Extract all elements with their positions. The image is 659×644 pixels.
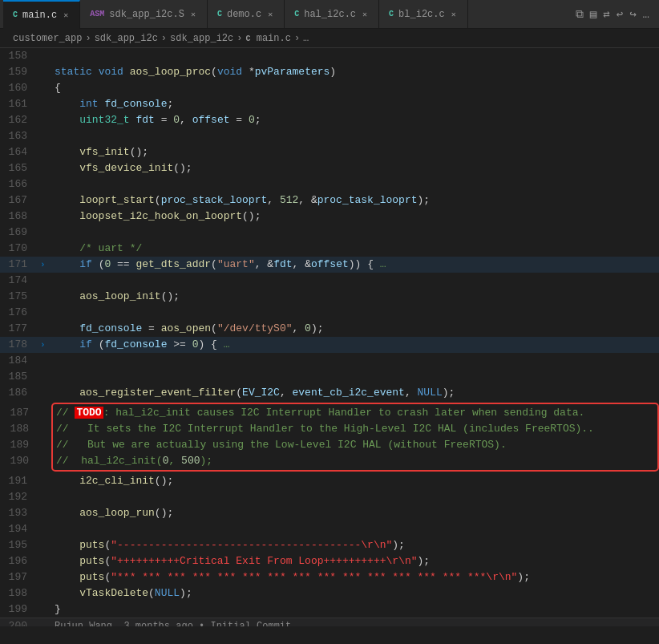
more-icon[interactable]: … (643, 8, 649, 21)
code-line: 174 (0, 273, 659, 289)
code-line: 176 (0, 305, 659, 321)
tab-hal-i2c-c[interactable]: C hal_i2c.c ✕ (285, 0, 379, 29)
code-line: 162 uint32_t fdt = 0, offset = 0; (0, 112, 659, 128)
close-icon[interactable]: ✕ (450, 8, 458, 21)
code-line: 198 vTaskDelete(NULL); (0, 585, 659, 601)
close-icon[interactable]: ✕ (361, 8, 369, 21)
code-line: 159 static void aos_loop_proc(void *pvPa… (0, 64, 659, 80)
editor: 158 159 static void aos_loop_proc(void *… (0, 48, 659, 626)
close-icon[interactable]: ✕ (62, 9, 70, 22)
git-blame-text: Rujun Wang, 3 months ago • Initial Commi… (51, 618, 659, 627)
tab-label: demo.c (227, 9, 261, 20)
tab-sdk-app-i2c-s[interactable]: ASM sdk_app_i2c.S ✕ (80, 0, 208, 29)
close-icon[interactable]: ✕ (266, 8, 274, 21)
code-line-188: 188 // It sets the I2C Interrupt Handler… (53, 421, 657, 437)
code-line: 177 fd_console = aos_open("/dev/ttyS0", … (0, 321, 659, 337)
code-line: 194 (0, 521, 659, 537)
c-icon: C (294, 10, 299, 18)
c-icon: C (13, 10, 18, 19)
code-line: 199 } (0, 601, 659, 618)
code-line: 193 aos_loop_run(); (0, 505, 659, 521)
code-line: 168 loopset_i2c_hook_on_looprt(); (0, 209, 659, 225)
code-line: 197 puts("*** *** *** *** *** *** *** **… (0, 569, 659, 585)
code-line: 165 vfs_device_init(); (0, 160, 659, 176)
code-line: 191 i2c_cli_init(); (0, 473, 659, 489)
code-line: 158 (0, 48, 659, 64)
code-line: 171 › if (0 == get_dts_addr("uart", &fdt… (0, 257, 659, 273)
asm-icon: ASM (90, 10, 104, 18)
undo-icon[interactable]: ↩ (617, 7, 623, 21)
tab-bl-i2c-c[interactable]: C bl_i2c.c ✕ (379, 0, 468, 29)
titlebar: C main.c ✕ ASM sdk_app_i2c.S ✕ C demo.c … (0, 0, 659, 29)
split-editor-icon[interactable]: ⧉ (576, 8, 584, 21)
tab-label: main.c (22, 10, 57, 21)
code-line: 178 › if (fd_console >= 0) { … (0, 337, 659, 353)
tab-label: hal_i2c.c (304, 9, 356, 20)
redo-icon[interactable]: ↪ (629, 7, 636, 21)
close-icon[interactable]: ✕ (189, 8, 197, 21)
source-control-icon[interactable]: ⇄ (603, 7, 609, 21)
tab-main-c[interactable]: C main.c ✕ (3, 0, 80, 29)
code-line: 161 int fd_console; (0, 96, 659, 112)
comment-block-container: 187 // TODO: hal_i2c_init causes I2C Int… (0, 403, 659, 472)
git-blame-line: 200 Rujun Wang, 3 months ago • Initial C… (0, 618, 659, 626)
code-line: 164 vfs_init(); (0, 144, 659, 160)
code-line: 195 puts("------------------------------… (0, 537, 659, 553)
code-line-190: 190 // hal_i2c_init(0, 500); (53, 453, 657, 469)
code-line: 166 (0, 176, 659, 192)
code-container: 158 159 static void aos_loop_proc(void *… (0, 48, 659, 626)
code-line-187: 187 // TODO: hal_i2c_init causes I2C Int… (53, 405, 657, 421)
code-line: 184 (0, 353, 659, 369)
breadcrumb-part[interactable]: customer_app (13, 33, 82, 44)
code-line: 170 /* uart */ (0, 241, 659, 257)
code-line-189: 189 // But we are actually using the Low… (53, 437, 657, 453)
code-line: 167 looprt_start(proc_stack_looprt, 512,… (0, 192, 659, 209)
breadcrumb-part[interactable]: sdk_app_i2c (95, 33, 158, 44)
breadcrumb-part[interactable]: sdk_app_i2c (170, 33, 233, 44)
tab-label: sdk_app_i2c.S (109, 9, 184, 20)
breadcrumb-part[interactable]: C main.c (245, 33, 290, 44)
code-line: 186 aos_register_event_filter(EV_I2C, ev… (0, 385, 659, 401)
breadcrumb-part[interactable]: … (303, 33, 309, 44)
tab-label: bl_i2c.c (398, 9, 445, 20)
code-line: 160 { (0, 80, 659, 96)
breadcrumb: customer_app › sdk_app_i2c › sdk_app_i2c… (0, 29, 659, 48)
tab-demo-c[interactable]: C demo.c ✕ (208, 0, 285, 29)
code-line: 185 (0, 369, 659, 385)
c-icon: C (389, 10, 394, 18)
toolbar-right: ⧉ ▤ ⇄ ↩ ↪ … (576, 7, 656, 21)
code-line: 196 puts("++++++++++Critical Exit From L… (0, 553, 659, 569)
code-line: 169 (0, 225, 659, 241)
code-line: 192 (0, 489, 659, 505)
code-line: 175 aos_loop_init(); (0, 289, 659, 305)
c-icon: C (217, 10, 222, 18)
highlighted-comment-block: 187 // TODO: hal_i2c_init causes I2C Int… (51, 403, 659, 472)
layout-icon[interactable]: ▤ (590, 7, 596, 21)
code-line: 163 (0, 128, 659, 144)
todo-label: TODO (75, 407, 103, 419)
